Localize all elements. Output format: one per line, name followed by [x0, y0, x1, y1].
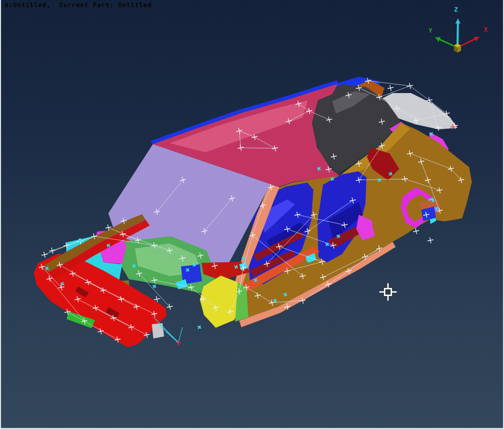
axis-z-arrowhead	[455, 18, 461, 24]
model-parts	[34, 77, 472, 347]
weld-marker[interactable]	[427, 237, 434, 244]
crosshair-cursor-glyph	[379, 283, 397, 301]
model-canvas[interactable]: XYZ	[1, 0, 504, 429]
axis-triad: XYZ	[428, 6, 488, 53]
cyan-connector-line	[178, 327, 182, 343]
app-viewport[interactable]: XYZ 0:Untitled, Current Part: Untitled	[0, 0, 504, 429]
cyan-marker[interactable]	[196, 324, 202, 330]
axis-z-label: Z	[454, 6, 457, 13]
axis-y-label: Y	[428, 27, 432, 34]
weld-marker[interactable]	[41, 251, 48, 258]
title-text: 0:Untitled, Current Part: Untitled	[5, 2, 152, 9]
crosshair-cursor	[379, 283, 397, 301]
part-front-bracket-silver[interactable]	[152, 323, 164, 338]
axis-x-label: X	[484, 26, 488, 33]
weld-marker[interactable]	[406, 82, 414, 89]
weld-marker[interactable]	[387, 84, 394, 92]
cyan-connector-line	[172, 336, 178, 343]
